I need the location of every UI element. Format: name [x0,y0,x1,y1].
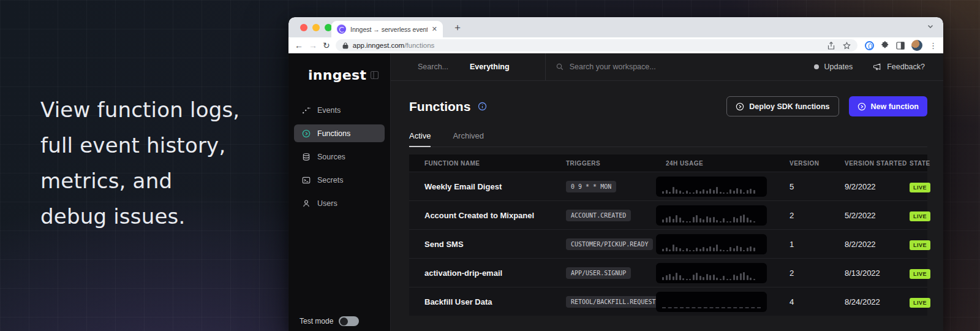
address-bar[interactable]: app.inngest.com/functions [336,39,858,51]
browser-tab-strip: Inngest → serverless event-dri ✕ ＋ [288,17,943,37]
url-host: app.inngest.com [353,42,404,49]
tab-archived[interactable]: Archived [453,131,484,146]
table-row[interactable]: Backfill User Data RETOOL/BACKFILL.REQUE… [409,287,927,316]
minimize-window-button[interactable] [312,24,320,31]
sidebar-item-users[interactable]: Users [294,194,385,212]
1password-icon[interactable] [865,41,874,50]
toggle-knob [340,318,348,325]
tab-active[interactable]: Active [409,131,431,146]
new-function-label: New function [871,102,919,111]
profile-avatar[interactable] [911,40,922,51]
table-row[interactable]: activation-drip-email APP/USER.SIGNUP 2 … [409,258,927,287]
table-row[interactable]: Send SMS CUSTOMER/PICKUP.READY 1 8/2/202… [409,229,927,258]
omnibox-actions [827,42,851,50]
status-badge: LIVE [910,269,930,279]
secrets-icon [302,176,311,185]
function-name: Backfill User Data [424,297,566,306]
sources-icon [302,153,311,161]
workspace-search-input[interactable]: Search your workspace... [556,63,656,71]
updates-button[interactable]: Updates [814,63,853,71]
updates-label: Updates [824,63,853,71]
table-header: FUNCTION NAME TRIGGERS 24H USAGE VERSION… [409,154,927,172]
browser-window: Inngest → serverless event-dri ✕ ＋ ← → ↻… [288,17,943,331]
version-started-date: 8/13/2022 [845,268,910,278]
back-icon[interactable]: ← [295,41,303,50]
forward-icon[interactable]: → [309,41,317,50]
inngest-app: inngest Events Functions [288,53,943,331]
column-version: VERSION [790,160,845,167]
trigger-badge: APP/USER.SIGNUP [566,267,631,279]
usage-sparkline [656,177,767,197]
sidebar-item-sources[interactable]: Sources [294,148,385,166]
trigger-badge: 0 9 * * MON [566,181,616,192]
bookmark-star-icon[interactable] [843,42,851,50]
table-row[interactable]: Account Created to Mixpanel ACCOUNT.CREA… [409,200,927,229]
column-state: STATE [910,160,930,167]
version-started-date: 5/2/2022 [845,211,910,220]
page-title: Functions [409,99,470,114]
table-row[interactable]: Weekly Email Digest 0 9 * * MON 5 9/2/20… [409,172,927,200]
browser-toolbar: ← → ↻ app.inngest.com/functions [288,37,943,53]
version-value: 2 [790,211,845,220]
reload-icon[interactable]: ↻ [323,41,330,50]
search-label[interactable]: Search... [418,63,448,71]
tab-close-icon[interactable]: ✕ [432,25,437,33]
window-controls [300,24,332,31]
hero-line: debug issues. [40,199,239,234]
sidebar-item-label: Users [317,199,337,208]
info-icon[interactable] [478,102,487,111]
version-started-date: 8/2/2022 [845,240,910,249]
circle-play-icon [858,102,866,111]
version-value: 4 [790,297,845,306]
usage-sparkline [656,263,767,283]
close-window-button[interactable] [300,24,307,31]
deploy-sdk-functions-button[interactable]: Deploy SDK functions [726,96,839,116]
hero-line: full event history, [40,127,239,163]
sidebar-item-functions[interactable]: Functions [294,124,385,142]
url-path: /functions [404,42,434,49]
hero-line: View function logs, [40,92,239,127]
sidebar-item-label: Secrets [317,176,343,185]
megaphone-icon [873,63,881,71]
test-mode-label: Test mode [300,317,333,325]
status-badge: LIVE [910,183,930,192]
status-badge: LIVE [910,211,930,221]
search-scope-everything[interactable]: Everything [470,63,510,71]
tab-search-chevron-icon[interactable] [927,23,934,30]
inngest-logo[interactable]: inngest [308,67,366,83]
function-name: Account Created to Mixpanel [424,211,566,220]
trigger-badge: CUSTOMER/PICKUP.READY [566,238,653,250]
deploy-button-label: Deploy SDK functions [749,102,829,111]
hero-text: View function logs, full event history, … [40,92,239,234]
browser-tab[interactable]: Inngest → serverless event-dri ✕ [331,21,443,37]
hero-line: metrics, and [40,163,239,199]
version-started-date: 9/2/2022 [845,182,910,191]
side-panel-icon[interactable] [896,42,905,50]
collapse-sidebar-icon[interactable] [370,70,379,80]
feedback-label: Feedback? [887,63,925,71]
column-triggers: TRIGGERS [566,160,656,167]
sidebar-item-secrets[interactable]: Secrets [294,171,385,189]
column-24h-usage: 24H USAGE [656,160,790,167]
extensions-puzzle-icon[interactable] [881,41,889,50]
browser-menu-icon[interactable]: ⋮ [929,41,937,50]
users-icon [302,199,311,208]
main-panel: Search... Everything Search your workspa… [391,53,943,331]
new-tab-button[interactable]: ＋ [451,21,464,34]
new-function-button[interactable]: New function [849,96,927,116]
functions-icon [302,129,311,138]
column-function-name: FUNCTION NAME [424,160,566,167]
version-value: 5 [790,182,845,191]
share-icon[interactable] [827,42,835,50]
column-version-started: VERSION STARTED [845,160,910,167]
sidebar-item-events[interactable]: Events [294,101,385,119]
feedback-button[interactable]: Feedback? [873,63,925,71]
function-name: activation-drip-email [424,268,566,278]
function-tabs: Active Archived [409,131,927,147]
sidebar: inngest Events Functions [288,53,391,331]
search-icon [556,63,564,70]
usage-sparkline [656,292,767,312]
circle-play-icon [736,102,744,111]
test-mode-toggle[interactable] [339,316,359,326]
trigger-badge: RETOOL/BACKFILL.REQUESTED [566,296,668,308]
